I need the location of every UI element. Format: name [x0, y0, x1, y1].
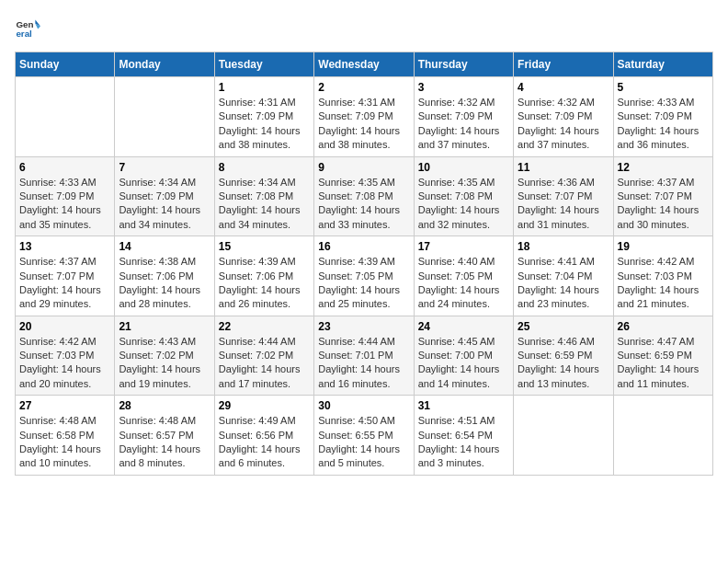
sunset-label: Sunset: 7:07 PM: [618, 190, 692, 201]
sunset-label: Sunset: 6:59 PM: [518, 350, 592, 361]
sunrise-label: Sunrise: 4:48 AM: [19, 415, 97, 426]
calendar-cell: 25Sunrise: 4:46 AMSunset: 6:59 PMDayligh…: [514, 316, 613, 396]
sunset-label: Sunset: 6:57 PM: [119, 430, 193, 441]
sunrise-label: Sunrise: 4:32 AM: [518, 97, 595, 108]
daylight-label: Daylight: 14 hours and 37 minutes.: [418, 125, 500, 150]
calendar-week-4: 20Sunrise: 4:42 AMSunset: 7:03 PMDayligh…: [16, 316, 713, 396]
sunset-label: Sunset: 7:08 PM: [418, 190, 493, 201]
daylight-label: Daylight: 14 hours and 26 minutes.: [219, 284, 301, 309]
sunrise-label: Sunrise: 4:45 AM: [418, 336, 495, 347]
calendar-cell: 6Sunrise: 4:33 AMSunset: 7:09 PMDaylight…: [16, 156, 115, 236]
cell-info: Sunrise: 4:37 AMSunset: 7:07 PMDaylight:…: [19, 255, 110, 312]
sunrise-label: Sunrise: 4:41 AM: [518, 256, 595, 267]
sunset-label: Sunset: 7:08 PM: [219, 190, 293, 201]
calendar-cell: 31Sunrise: 4:51 AMSunset: 6:54 PMDayligh…: [414, 396, 513, 476]
sunset-label: Sunset: 6:56 PM: [219, 430, 293, 441]
calendar-week-2: 6Sunrise: 4:33 AMSunset: 7:09 PMDaylight…: [16, 156, 713, 236]
sunrise-label: Sunrise: 4:36 AM: [518, 177, 595, 188]
calendar-table: SundayMondayTuesdayWednesdayThursdayFrid…: [15, 52, 713, 476]
calendar-cell: 30Sunrise: 4:50 AMSunset: 6:55 PMDayligh…: [314, 396, 414, 476]
daylight-label: Daylight: 14 hours and 11 minutes.: [618, 363, 700, 388]
cell-info: Sunrise: 4:33 AMSunset: 7:09 PMDaylight:…: [618, 96, 709, 153]
day-number: 31: [418, 399, 509, 412]
sunrise-label: Sunrise: 4:32 AM: [418, 97, 495, 108]
cell-info: Sunrise: 4:50 AMSunset: 6:55 PMDaylight:…: [318, 414, 409, 471]
sunset-label: Sunset: 6:54 PM: [418, 430, 493, 441]
sunrise-label: Sunrise: 4:40 AM: [418, 256, 495, 267]
cell-info: Sunrise: 4:47 AMSunset: 6:59 PMDaylight:…: [618, 335, 709, 392]
cell-info: Sunrise: 4:38 AMSunset: 7:06 PMDaylight:…: [119, 255, 210, 312]
sunrise-label: Sunrise: 4:31 AM: [219, 97, 296, 108]
cell-info: Sunrise: 4:35 AMSunset: 7:08 PMDaylight:…: [318, 176, 409, 233]
day-number: 18: [518, 240, 609, 253]
calendar-cell: 29Sunrise: 4:49 AMSunset: 6:56 PMDayligh…: [214, 396, 313, 476]
calendar-cell: 16Sunrise: 4:39 AMSunset: 7:05 PMDayligh…: [314, 236, 414, 316]
sunset-label: Sunset: 7:09 PM: [518, 110, 592, 121]
calendar-cell: 27Sunrise: 4:48 AMSunset: 6:58 PMDayligh…: [16, 396, 115, 476]
sunrise-label: Sunrise: 4:50 AM: [318, 415, 395, 426]
sunset-label: Sunset: 7:03 PM: [618, 270, 692, 282]
sunset-label: Sunset: 7:09 PM: [19, 190, 94, 201]
cell-info: Sunrise: 4:49 AMSunset: 6:56 PMDaylight:…: [219, 414, 310, 471]
daylight-label: Daylight: 14 hours and 24 minutes.: [418, 284, 500, 309]
calendar-cell: 19Sunrise: 4:42 AMSunset: 7:03 PMDayligh…: [613, 236, 712, 316]
calendar-cell: 12Sunrise: 4:37 AMSunset: 7:07 PMDayligh…: [613, 156, 712, 236]
day-number: 24: [418, 320, 509, 333]
sunset-label: Sunset: 7:09 PM: [618, 110, 692, 121]
day-number: 15: [219, 240, 310, 253]
day-number: 1: [219, 81, 310, 94]
day-number: 17: [418, 240, 509, 253]
day-number: 2: [318, 81, 409, 94]
calendar-cell: 15Sunrise: 4:39 AMSunset: 7:06 PMDayligh…: [214, 236, 313, 316]
daylight-label: Daylight: 14 hours and 14 minutes.: [418, 363, 500, 388]
cell-info: Sunrise: 4:36 AMSunset: 7:07 PMDaylight:…: [518, 176, 609, 233]
col-header-friday: Friday: [514, 52, 613, 77]
col-header-sunday: Sunday: [16, 52, 115, 77]
cell-info: Sunrise: 4:43 AMSunset: 7:02 PMDaylight:…: [119, 335, 210, 392]
sunset-label: Sunset: 7:00 PM: [418, 350, 493, 361]
daylight-label: Daylight: 14 hours and 10 minutes.: [19, 443, 101, 468]
cell-info: Sunrise: 4:39 AMSunset: 7:05 PMDaylight:…: [318, 255, 409, 312]
daylight-label: Daylight: 14 hours and 8 minutes.: [119, 443, 200, 468]
daylight-label: Daylight: 14 hours and 35 minutes.: [19, 204, 101, 229]
sunset-label: Sunset: 7:05 PM: [418, 270, 493, 282]
sunset-label: Sunset: 7:03 PM: [19, 350, 94, 361]
calendar-cell: 26Sunrise: 4:47 AMSunset: 6:59 PMDayligh…: [613, 316, 712, 396]
sunrise-label: Sunrise: 4:43 AM: [119, 336, 196, 347]
sunrise-label: Sunrise: 4:33 AM: [618, 97, 695, 108]
calendar-cell: 7Sunrise: 4:34 AMSunset: 7:09 PMDaylight…: [115, 156, 214, 236]
calendar-cell: 1Sunrise: 4:31 AMSunset: 7:09 PMDaylight…: [214, 77, 313, 157]
daylight-label: Daylight: 14 hours and 36 minutes.: [618, 125, 700, 150]
sunrise-label: Sunrise: 4:34 AM: [119, 177, 196, 188]
calendar-cell: 8Sunrise: 4:34 AMSunset: 7:08 PMDaylight…: [214, 156, 313, 236]
calendar-week-1: 1Sunrise: 4:31 AMSunset: 7:09 PMDaylight…: [16, 77, 713, 157]
calendar-cell: 11Sunrise: 4:36 AMSunset: 7:07 PMDayligh…: [514, 156, 613, 236]
daylight-label: Daylight: 14 hours and 19 minutes.: [119, 363, 200, 388]
daylight-label: Daylight: 14 hours and 38 minutes.: [219, 125, 301, 150]
calendar-cell: 17Sunrise: 4:40 AMSunset: 7:05 PMDayligh…: [414, 236, 513, 316]
cell-info: Sunrise: 4:44 AMSunset: 7:01 PMDaylight:…: [318, 335, 409, 392]
cell-info: Sunrise: 4:34 AMSunset: 7:09 PMDaylight:…: [119, 176, 210, 233]
daylight-label: Daylight: 14 hours and 23 minutes.: [518, 284, 599, 309]
svg-text:eral: eral: [16, 29, 32, 39]
cell-info: Sunrise: 4:37 AMSunset: 7:07 PMDaylight:…: [618, 176, 709, 233]
daylight-label: Daylight: 14 hours and 29 minutes.: [19, 284, 101, 309]
sunrise-label: Sunrise: 4:35 AM: [318, 177, 395, 188]
col-header-monday: Monday: [115, 52, 214, 77]
sunset-label: Sunset: 7:08 PM: [318, 190, 392, 201]
sunrise-label: Sunrise: 4:34 AM: [219, 177, 296, 188]
cell-info: Sunrise: 4:51 AMSunset: 6:54 PMDaylight:…: [418, 414, 509, 471]
sunrise-label: Sunrise: 4:33 AM: [19, 177, 97, 188]
sunrise-label: Sunrise: 4:38 AM: [119, 256, 196, 267]
sunrise-label: Sunrise: 4:42 AM: [618, 256, 695, 267]
col-header-saturday: Saturday: [613, 52, 712, 77]
cell-info: Sunrise: 4:32 AMSunset: 7:09 PMDaylight:…: [418, 96, 509, 153]
calendar-cell: 28Sunrise: 4:48 AMSunset: 6:57 PMDayligh…: [115, 396, 214, 476]
sunrise-label: Sunrise: 4:39 AM: [318, 256, 395, 267]
daylight-label: Daylight: 14 hours and 34 minutes.: [119, 204, 200, 229]
daylight-label: Daylight: 14 hours and 33 minutes.: [318, 204, 400, 229]
daylight-label: Daylight: 14 hours and 16 minutes.: [318, 363, 400, 388]
logo: Gen eral: [15, 15, 44, 40]
calendar-cell: [514, 396, 613, 476]
day-number: 7: [119, 161, 210, 174]
